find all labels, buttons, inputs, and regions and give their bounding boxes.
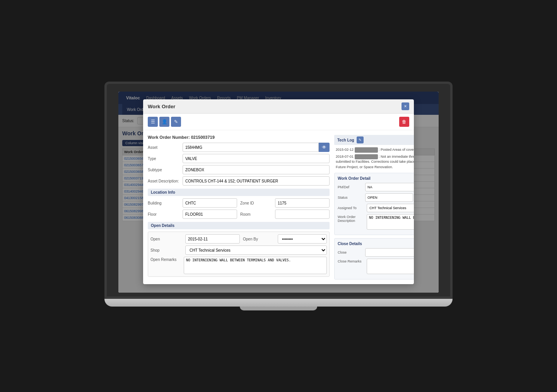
asset-eye-button[interactable]: 👁 [319,143,330,152]
status-input[interactable] [365,193,413,202]
wo-description-textarea[interactable]: NO INTERNIENING WALL BETWEEN TERMINALS A… [367,214,414,230]
room-label: Room [240,212,275,216]
zone-id-field-row: Zone ID [240,198,330,208]
floor-label: Floor [148,212,183,216]
asset-desc-input[interactable] [183,176,330,186]
subtype-input[interactable] [183,165,330,174]
modal-toolbar-left: ☰ 👤 ✎ [148,117,181,127]
modal-left-column: Work Order Number: 0215003719 Asset 👁 [148,135,330,280]
close-remarks-row: Close Remarks [338,259,414,274]
shop-label: Shop [150,248,185,252]
asset-desc-label: Asset Description: [148,179,183,183]
floor-field-row: Floor [148,210,237,219]
open-remarks-label: Open Remarks [150,257,181,262]
work-order-detail-section: Work Order Detail PM/Def Priority 2 [334,173,414,235]
modal-overlay: Work Order × ☰ 👤 ✎ 🗑 [118,92,439,293]
open-by-label: Open By [243,237,278,241]
wo-number-display: Work Order Number: 0215003719 [148,135,330,140]
assigned-to-label: Assigned To [338,206,367,210]
asset-label: Asset [148,145,183,150]
wo-description-row: Work Order Description NO INTERNIENING W… [338,214,414,230]
floor-room-row: Floor Room [148,210,330,219]
laptop-base [104,299,453,307]
subtype-field-row: Subtype [148,165,330,174]
assigned-to-select[interactable]: CHT Technical Services [367,204,414,212]
building-label: Building [148,201,183,205]
tech-log-title: Tech Log [337,138,354,142]
type-field-row: Type [148,154,330,163]
user-button[interactable]: 👤 [159,117,169,127]
open-by-select[interactable]: •••••••• [278,234,327,244]
open-remarks-textarea[interactable]: NO INTERNIENING WALL BETWEEN TERMINALS A… [184,257,327,274]
type-label: Type [148,157,183,161]
asset-input[interactable] [183,143,319,152]
zone-id-label: Zone ID [240,201,275,205]
close-remarks-textarea[interactable] [367,259,414,274]
status-overdue-row: Status OverDue [338,193,414,202]
list-view-button[interactable]: ☰ [148,117,158,127]
edit-toolbar-button[interactable]: ✎ [171,117,181,127]
assigned-to-row: Assigned To CHT Technical Services [338,204,414,212]
open-date-input[interactable] [185,234,240,244]
open-field-row: Open [150,234,240,244]
building-input[interactable] [183,198,237,208]
modal-title: Work Order [148,104,175,109]
open-by-field-row: Open By •••••••• [243,234,327,244]
close-date-input[interactable] [365,248,414,257]
open-remarks-row: Open Remarks NO INTERNIENING WALL BETWEE… [150,257,327,274]
open-details-box: Open Open By •••••••• [148,232,330,277]
close-remarks-label: Close Remarks [338,259,367,263]
tech-log-entry1-redacted: •••••••••• [355,147,378,153]
modal-toolbar: ☰ 👤 ✎ 🗑 [143,114,414,130]
wo-description-label: Work Order Description [338,214,367,223]
tech-log-content: 2015-02-12 •••••••••• : Posted Areas of … [334,147,414,170]
type-input[interactable] [183,154,330,163]
asset-desc-field-row: Asset Description: [148,176,330,186]
open-label: Open [150,237,185,241]
delete-button[interactable]: 🗑 [399,117,409,127]
pmdef-label: PM/Def [338,185,363,189]
pmdef-input[interactable] [365,183,414,191]
work-order-modal: Work Order × ☰ 👤 ✎ 🗑 [143,99,414,284]
floor-input[interactable] [183,210,237,219]
close-details-section: Close Details Close Close By heinz [334,238,414,280]
tech-log-edit-button[interactable]: ✎ [357,136,364,143]
room-field-row: Room [240,210,330,219]
open-openby-row: Open Open By •••••••• [150,234,327,244]
tech-log-entry-2: 2018-07-01 •••••••••• : Not an immediate… [336,154,414,170]
modal-close-button[interactable]: × [402,102,409,110]
shop-select[interactable]: CHT Technical Services [185,245,327,255]
modal-header: Work Order × [143,99,414,114]
close-label: Close [338,251,363,254]
building-zone-row: Building Zone ID [148,198,330,208]
status-label: Status [338,196,363,199]
open-details-header: Open Details [148,222,330,229]
close-closeby-row: Close Close By heinz [338,248,414,257]
asset-field-row: Asset 👁 [148,143,330,152]
close-details-title: Close Details [338,242,414,246]
work-order-detail-title: Work Order Detail [338,176,414,181]
tech-log-entry-1: 2015-02-12 •••••••••• : Posted Areas of … [336,147,414,153]
shop-field-row: Shop CHT Technical Services [150,245,327,255]
modal-right-column: Tech Log ✎ 2015-02-12 •••••••••• : Poste… [334,135,414,280]
zone-id-input[interactable] [275,198,330,208]
laptop-stand [240,307,317,310]
tech-log-entry2-redacted: •••••••••• [355,154,378,160]
modal-body: Work Order Number: 0215003719 Asset 👁 [143,130,414,284]
location-info-header: Location Info [148,189,330,196]
building-field-row: Building [148,198,237,208]
room-input[interactable] [275,210,330,219]
tech-log-header: Tech Log ✎ [334,135,414,145]
pmdef-priority-row: PM/Def Priority 2 [338,183,414,191]
asset-input-group: 👁 [183,143,330,152]
subtype-label: Subtype [148,168,183,172]
